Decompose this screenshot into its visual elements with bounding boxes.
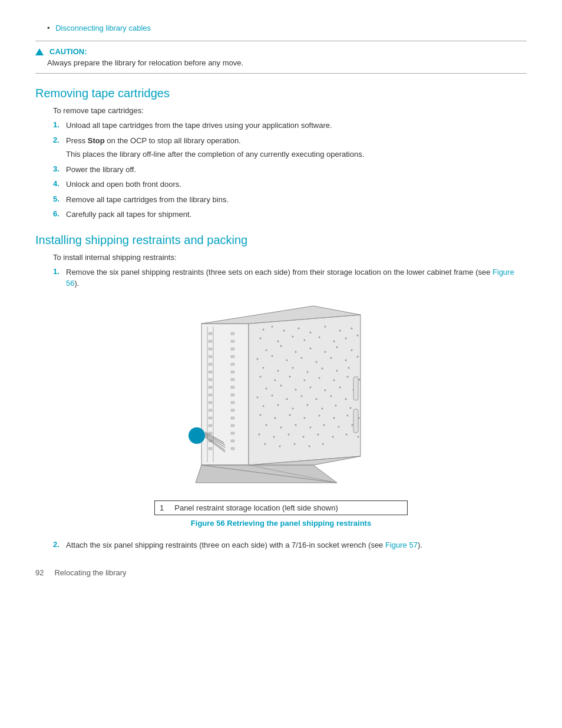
svg-point-101	[277, 404, 279, 406]
svg-point-132	[294, 443, 296, 444]
svg-rect-23	[231, 363, 234, 365]
svg-rect-32	[231, 432, 234, 434]
caution-box: CAUTION: Always prepare the library for …	[35, 41, 527, 74]
svg-point-79	[289, 375, 291, 377]
svg-point-67	[330, 357, 332, 358]
svg-point-65	[301, 357, 303, 358]
step-5-text: Remove all tape cartridges from the libr…	[66, 194, 527, 206]
svg-point-39	[263, 328, 265, 330]
svg-point-58	[310, 347, 312, 349]
caution-title: CAUTION:	[35, 47, 527, 56]
svg-point-120	[338, 426, 340, 427]
svg-point-44	[325, 325, 326, 327]
svg-point-60	[336, 346, 338, 348]
svg-point-117	[295, 424, 297, 426]
svg-point-68	[345, 359, 347, 361]
svg-rect-28	[231, 401, 234, 404]
section2-intro: To install internal shipping restraints:	[53, 253, 527, 262]
figure56-link[interactable]: Figure 56	[66, 268, 514, 288]
disconnecting-cables-link[interactable]: Disconnecting library cables	[55, 24, 151, 32]
page-number: 92	[35, 568, 44, 577]
svg-point-69	[357, 355, 359, 357]
svg-rect-135	[353, 377, 358, 400]
section2-step-1-row: 1. Remove the six panel shipping restrai…	[53, 266, 527, 289]
svg-point-71	[277, 370, 279, 371]
svg-point-50	[304, 339, 306, 341]
svg-point-55	[266, 349, 267, 351]
svg-rect-27	[231, 394, 234, 396]
svg-point-121	[352, 424, 353, 426]
caution-triangle-icon	[35, 48, 44, 55]
svg-point-70	[263, 367, 265, 368]
section2-heading: Installing shipping restraints and packi…	[35, 233, 527, 247]
svg-rect-19	[231, 332, 234, 335]
step-1-text: Unload all tape cartridges from the tape…	[66, 120, 527, 131]
figure-caption-text: Panel restraint storage location (left s…	[174, 503, 338, 512]
svg-point-103	[307, 404, 309, 406]
svg-point-90	[339, 386, 341, 388]
svg-point-118	[310, 426, 312, 428]
svg-point-112	[333, 417, 335, 419]
svg-point-126	[318, 433, 319, 435]
svg-rect-21	[231, 348, 234, 350]
svg-point-102	[292, 407, 294, 409]
step-2-row: 2. Press Stop on the OCP to stop all lib…	[53, 135, 527, 147]
svg-point-84	[359, 378, 361, 380]
svg-point-122	[259, 433, 260, 435]
svg-rect-15	[209, 424, 212, 427]
svg-point-54	[357, 334, 359, 336]
step-4-text: Unlock and open both front doors.	[66, 179, 527, 190]
svg-point-63	[272, 355, 273, 357]
svg-rect-8	[209, 371, 212, 373]
page-footer: 92 Relocating the library	[35, 568, 527, 577]
svg-point-134	[322, 443, 324, 444]
svg-rect-6	[209, 355, 212, 358]
step-3-text: Power the library off.	[66, 164, 527, 176]
bullet-icon: •	[47, 24, 50, 32]
svg-point-130	[265, 443, 266, 444]
svg-point-53	[345, 337, 347, 339]
svg-point-97	[330, 395, 332, 397]
section2-step-1-text: Remove the six panel shipping restraints…	[66, 266, 527, 289]
svg-point-45	[339, 330, 341, 331]
figure-caption-num: 1	[160, 503, 164, 512]
svg-point-59	[325, 351, 326, 353]
svg-rect-4	[209, 340, 212, 342]
svg-point-66	[316, 361, 318, 363]
svg-point-72	[292, 367, 294, 368]
section2-step-2-row: 2. Attach the six panel shipping restrai…	[53, 539, 527, 551]
svg-rect-136	[353, 409, 358, 433]
svg-point-98	[345, 398, 347, 400]
step-1-row: 1. Unload all tape cartridges from the t…	[53, 120, 527, 131]
figure57-link[interactable]: Figure 57	[385, 541, 418, 549]
svg-point-128	[346, 433, 348, 435]
svg-point-73	[307, 371, 309, 373]
svg-point-42	[298, 327, 300, 329]
svg-point-85	[266, 387, 267, 389]
section2-step-2-text: Attach the six panel shipping restraints…	[66, 539, 527, 551]
svg-rect-22	[231, 355, 234, 358]
svg-point-107	[260, 414, 262, 416]
svg-point-74	[322, 367, 323, 369]
svg-rect-25	[231, 378, 234, 381]
svg-point-137	[189, 427, 205, 444]
step-2-sub: This places the library off-line after t…	[66, 149, 527, 160]
step-6-num: 6.	[53, 209, 66, 218]
svg-point-115	[266, 424, 267, 426]
svg-point-124	[288, 433, 290, 435]
svg-point-93	[272, 394, 273, 396]
cabinet-figure	[154, 300, 408, 500]
svg-rect-30	[231, 417, 234, 419]
step-2-text: Press Stop on the OCP to stop all librar…	[66, 135, 527, 147]
svg-point-57	[295, 351, 297, 353]
svg-point-41	[283, 330, 285, 331]
svg-rect-29	[231, 409, 234, 411]
svg-point-104	[322, 407, 323, 409]
svg-point-95	[301, 395, 303, 397]
svg-point-47	[260, 337, 262, 339]
svg-rect-33	[231, 440, 234, 442]
section2-step-2-num: 2.	[53, 540, 66, 549]
stop-bold: Stop	[88, 136, 105, 145]
svg-point-110	[304, 417, 306, 419]
svg-point-109	[289, 414, 291, 416]
